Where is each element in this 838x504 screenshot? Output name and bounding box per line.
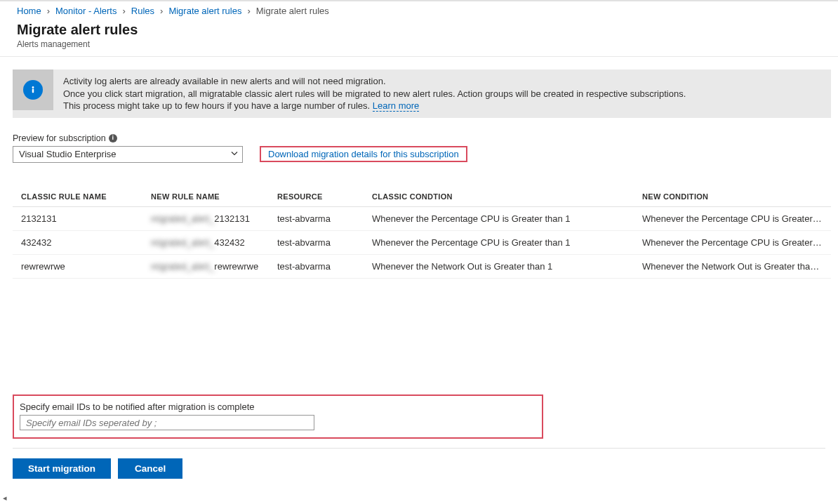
cell-classic-condition: Whenever the Percentage CPU is Greater t… <box>364 230 634 254</box>
table-row[interactable]: 432432 migrated_alert_432432 test-abvarm… <box>13 230 831 254</box>
info-icon <box>23 80 43 100</box>
cell-classic-name: 432432 <box>13 230 142 254</box>
svg-point-0 <box>32 86 34 88</box>
blurred-prefix: migrated_alert_ <box>151 237 214 248</box>
cell-new-condition: Whenever the Percentage CPU is Greater t… <box>634 206 831 230</box>
col-header-classic-condition[interactable]: CLASSIC CONDTION <box>364 187 634 207</box>
cell-classic-name: rewrewrwe <box>13 254 142 278</box>
subscription-label: Preview for subscription i <box>13 133 831 143</box>
page-subtitle: Alerts management <box>17 39 821 49</box>
blurred-prefix: migrated_alert_ <box>151 213 214 224</box>
subscription-section: Preview for subscription i Download migr… <box>13 133 831 163</box>
col-header-resource[interactable]: RESOURCE <box>269 187 364 207</box>
table-row[interactable]: 2132131 migrated_alert_2132131 test-abva… <box>13 206 831 230</box>
cell-classic-name: 2132131 <box>13 206 142 230</box>
breadcrumb-migrate-alert-rules[interactable]: Migrate alert rules <box>168 6 241 16</box>
email-label: Specify email IDs to be notified after m… <box>20 402 536 412</box>
cell-new-name: migrated_alert_rewrewrwe <box>142 254 269 278</box>
breadcrumb-rules[interactable]: Rules <box>131 6 154 16</box>
subscription-select[interactable] <box>13 146 243 163</box>
blurred-prefix: migrated_alert_ <box>151 261 214 272</box>
chevron-right-icon: › <box>247 6 250 16</box>
cell-resource: test-abvarma <box>269 206 364 230</box>
table-row[interactable]: rewrewrwe migrated_alert_rewrewrwe test-… <box>13 254 831 278</box>
col-header-new-rule-name[interactable]: NEW RULE NAME <box>142 187 269 207</box>
svg-rect-1 <box>32 89 34 93</box>
cell-new-suffix: rewrewrwe <box>214 261 258 272</box>
info-line-3: This process might take up to few hours … <box>63 100 373 111</box>
table-header-row: CLASSIC RULE NAME NEW RULE NAME RESOURCE… <box>13 187 831 207</box>
cell-new-name: migrated_alert_432432 <box>142 230 269 254</box>
chevron-right-icon: › <box>122 6 125 16</box>
cell-resource: test-abvarma <box>269 254 364 278</box>
cell-classic-condition: Whenever the Network Out is Greater than… <box>364 254 634 278</box>
cell-new-condition: Whenever the Network Out is Greater than… <box>634 254 831 278</box>
cell-new-condition: Whenever the Percentage CPU is Greater t… <box>634 230 831 254</box>
chevron-right-icon: › <box>47 6 50 16</box>
cell-resource: test-abvarma <box>269 230 364 254</box>
chevron-right-icon: › <box>160 6 163 16</box>
cancel-button[interactable]: Cancel <box>118 458 182 479</box>
learn-more-link[interactable]: Learn more <box>373 100 419 112</box>
col-header-classic-rule-name[interactable]: CLASSIC RULE NAME <box>13 187 142 207</box>
email-notification-section: Specify email IDs to be notified after m… <box>13 394 543 439</box>
breadcrumb: Home › Monitor - Alerts › Rules › Migrat… <box>0 1 838 19</box>
info-icon-container <box>13 69 53 110</box>
start-migration-button[interactable]: Start migration <box>13 458 111 479</box>
info-banner: Activity log alerts are already availabl… <box>13 69 831 118</box>
page-header: Migrate alert rules Alerts management <box>0 19 838 57</box>
email-input[interactable] <box>20 415 314 430</box>
cell-classic-condition: Whenever the Percentage CPU is Greater t… <box>364 206 634 230</box>
rules-table: CLASSIC RULE NAME NEW RULE NAME RESOURCE… <box>13 187 831 279</box>
page-title: Migrate alert rules <box>17 22 821 38</box>
cell-new-suffix: 432432 <box>214 237 244 248</box>
scroll-left-arrow-icon[interactable]: ◂ <box>3 493 7 503</box>
footer-actions: Start migration Cancel <box>13 448 825 479</box>
cell-new-name: migrated_alert_2132131 <box>142 206 269 230</box>
breadcrumb-monitor-alerts[interactable]: Monitor - Alerts <box>55 6 117 16</box>
info-line-1: Activity log alerts are already availabl… <box>63 76 386 86</box>
breadcrumb-current: Migrate alert rules <box>256 6 329 16</box>
col-header-new-condition[interactable]: NEW CONDITION <box>634 187 831 207</box>
download-migration-details-link[interactable]: Download migration details for this subs… <box>260 146 467 162</box>
subscription-label-text: Preview for subscription <box>13 133 106 143</box>
info-line-2: Once you click start migration, all migr… <box>63 88 686 99</box>
breadcrumb-home[interactable]: Home <box>17 6 41 16</box>
info-banner-text: Activity log alerts are already availabl… <box>53 69 696 118</box>
info-tooltip-icon[interactable]: i <box>109 134 117 142</box>
subscription-select-input[interactable] <box>13 146 243 163</box>
cell-new-suffix: 2132131 <box>214 213 250 224</box>
